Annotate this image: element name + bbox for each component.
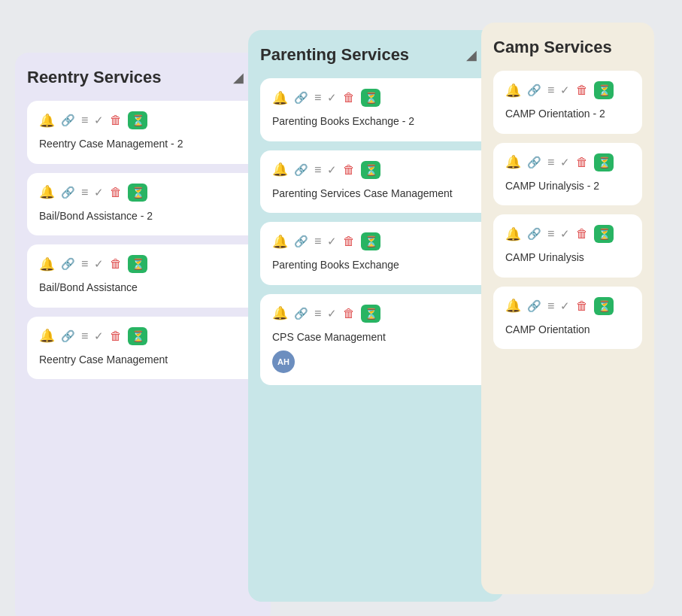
filter-icon-parenting[interactable]: ◢ bbox=[466, 47, 477, 63]
bell-icon[interactable]: 🔔 bbox=[505, 226, 521, 242]
trash-icon[interactable]: 🗑 bbox=[576, 227, 588, 241]
list-icon[interactable]: ≡ bbox=[314, 235, 321, 248]
card-title-camp-2: CAMP Urinalysis bbox=[505, 250, 630, 266]
link-icon[interactable]: 🔗 bbox=[61, 186, 75, 199]
check-icon[interactable]: ✓ bbox=[327, 91, 337, 105]
list-icon[interactable]: ≡ bbox=[81, 257, 88, 271]
clock-icon[interactable]: ⏳ bbox=[128, 184, 147, 202]
trash-icon[interactable]: 🗑 bbox=[343, 163, 355, 177]
avatar-ah: AH bbox=[272, 350, 295, 373]
check-icon[interactable]: ✓ bbox=[560, 156, 570, 169]
column-reentry: Reentry Services ◢ + 🔔 🔗 ≡ ✓ 🗑 ⏳ Reentry… bbox=[15, 53, 271, 616]
list-icon[interactable]: ≡ bbox=[547, 156, 554, 169]
clock-icon[interactable]: ⏳ bbox=[361, 161, 380, 179]
check-icon[interactable]: ✓ bbox=[94, 186, 104, 199]
link-icon[interactable]: 🔗 bbox=[294, 307, 308, 320]
card-icons-camp-3: 🔔 🔗 ≡ ✓ 🗑 ⏳ bbox=[505, 297, 630, 315]
link-icon[interactable]: 🔗 bbox=[61, 257, 75, 271]
link-icon[interactable]: 🔗 bbox=[527, 83, 541, 97]
card-parenting-2: 🔔 🔗 ≡ ✓ 🗑 ⏳ Parenting Books Exchange bbox=[260, 222, 492, 285]
check-icon[interactable]: ✓ bbox=[94, 114, 104, 127]
list-icon[interactable]: ≡ bbox=[547, 227, 554, 241]
link-icon[interactable]: 🔗 bbox=[294, 91, 308, 105]
clock-icon[interactable]: ⏳ bbox=[361, 305, 380, 323]
link-icon[interactable]: 🔗 bbox=[294, 163, 308, 177]
check-icon[interactable]: ✓ bbox=[327, 307, 337, 320]
clock-icon[interactable]: ⏳ bbox=[128, 327, 147, 345]
list-icon[interactable]: ≡ bbox=[547, 299, 554, 313]
card-camp-1: 🔔 🔗 ≡ ✓ 🗑 ⏳ CAMP Urinalysis - 2 bbox=[493, 143, 642, 206]
card-camp-2: 🔔 🔗 ≡ ✓ 🗑 ⏳ CAMP Urinalysis bbox=[493, 214, 642, 278]
check-icon[interactable]: ✓ bbox=[327, 163, 337, 177]
clock-icon[interactable]: ⏳ bbox=[594, 225, 614, 243]
list-icon[interactable]: ≡ bbox=[81, 186, 88, 199]
check-icon[interactable]: ✓ bbox=[560, 227, 570, 241]
trash-icon[interactable]: 🗑 bbox=[576, 83, 588, 97]
check-icon[interactable]: ✓ bbox=[94, 329, 104, 343]
card-title-parenting-0: Parenting Books Exchange - 2 bbox=[272, 114, 480, 129]
card-parenting-1: 🔔 🔗 ≡ ✓ 🗑 ⏳ Parenting Services Case Mana… bbox=[260, 150, 492, 214]
card-icons-reentry-1: 🔔 🔗 ≡ ✓ 🗑 ⏳ bbox=[39, 184, 247, 202]
clock-icon[interactable]: ⏳ bbox=[594, 297, 614, 315]
filter-icon-reentry[interactable]: ◢ bbox=[233, 69, 244, 86]
check-icon[interactable]: ✓ bbox=[327, 235, 337, 248]
card-title-reentry-1: Bail/Bond Assistance - 2 bbox=[39, 209, 247, 224]
list-icon[interactable]: ≡ bbox=[81, 329, 88, 343]
list-icon[interactable]: ≡ bbox=[314, 163, 321, 177]
column-header-camp: Camp Services bbox=[493, 38, 642, 57]
bell-icon[interactable]: 🔔 bbox=[272, 90, 288, 106]
trash-icon[interactable]: 🗑 bbox=[110, 329, 122, 343]
clock-icon[interactable]: ⏳ bbox=[594, 81, 614, 99]
card-title-camp-3: CAMP Orientation bbox=[505, 323, 630, 338]
bell-icon[interactable]: 🔔 bbox=[272, 305, 288, 321]
bell-icon[interactable]: 🔔 bbox=[39, 256, 55, 272]
clock-icon[interactable]: ⏳ bbox=[361, 232, 380, 250]
link-icon[interactable]: 🔗 bbox=[527, 299, 541, 313]
clock-icon[interactable]: ⏳ bbox=[361, 89, 380, 107]
trash-icon[interactable]: 🗑 bbox=[110, 186, 122, 199]
card-icons-parenting-1: 🔔 🔗 ≡ ✓ 🗑 ⏳ bbox=[272, 161, 480, 179]
clock-icon[interactable]: ⏳ bbox=[594, 153, 614, 171]
link-icon[interactable]: 🔗 bbox=[527, 227, 541, 241]
link-icon[interactable]: 🔗 bbox=[294, 235, 308, 248]
list-icon[interactable]: ≡ bbox=[314, 307, 321, 320]
card-title-reentry-2: Bail/Bond Assistance bbox=[39, 281, 247, 296]
bell-icon[interactable]: 🔔 bbox=[505, 154, 521, 170]
column-camp: Camp Services 🔔 🔗 ≡ ✓ 🗑 ⏳ CAMP Orientati… bbox=[481, 23, 654, 594]
trash-icon[interactable]: 🗑 bbox=[576, 156, 588, 169]
card-icons-parenting-0: 🔔 🔗 ≡ ✓ 🗑 ⏳ bbox=[272, 89, 480, 107]
card-title-camp-1: CAMP Urinalysis - 2 bbox=[505, 179, 630, 194]
bell-icon[interactable]: 🔔 bbox=[505, 298, 521, 314]
bell-icon[interactable]: 🔔 bbox=[39, 328, 55, 344]
trash-icon[interactable]: 🗑 bbox=[343, 235, 355, 248]
card-icons-camp-1: 🔔 🔗 ≡ ✓ 🗑 ⏳ bbox=[505, 153, 630, 171]
card-title-parenting-1: Parenting Services Case Management bbox=[272, 187, 480, 202]
link-icon[interactable]: 🔗 bbox=[61, 114, 75, 127]
bell-icon[interactable]: 🔔 bbox=[39, 113, 55, 129]
bell-icon[interactable]: 🔔 bbox=[39, 184, 55, 200]
card-title-reentry-3: Reentry Case Management bbox=[39, 353, 247, 368]
trash-icon[interactable]: 🗑 bbox=[576, 299, 588, 313]
card-camp-0: 🔔 🔗 ≡ ✓ 🗑 ⏳ CAMP Orientation - 2 bbox=[493, 71, 642, 134]
bell-icon[interactable]: 🔔 bbox=[272, 234, 288, 250]
check-icon[interactable]: ✓ bbox=[94, 257, 104, 271]
list-icon[interactable]: ≡ bbox=[81, 114, 88, 127]
link-icon[interactable]: 🔗 bbox=[527, 156, 541, 169]
card-title-parenting-3: CPS Case Management bbox=[272, 330, 480, 345]
trash-icon[interactable]: 🗑 bbox=[110, 257, 122, 271]
bell-icon[interactable]: 🔔 bbox=[272, 162, 288, 178]
list-icon[interactable]: ≡ bbox=[314, 91, 321, 105]
bell-icon[interactable]: 🔔 bbox=[505, 83, 521, 99]
list-icon[interactable]: ≡ bbox=[547, 83, 554, 97]
trash-icon[interactable]: 🗑 bbox=[110, 114, 122, 127]
clock-icon[interactable]: ⏳ bbox=[128, 255, 147, 273]
column-body-camp: 🔔 🔗 ≡ ✓ 🗑 ⏳ CAMP Orientation - 2 🔔 🔗 ≡ ✓… bbox=[493, 71, 642, 358]
check-icon[interactable]: ✓ bbox=[560, 83, 570, 97]
card-icons-reentry-3: 🔔 🔗 ≡ ✓ 🗑 ⏳ bbox=[39, 327, 247, 345]
link-icon[interactable]: 🔗 bbox=[61, 329, 75, 343]
trash-icon[interactable]: 🗑 bbox=[343, 307, 355, 320]
clock-icon[interactable]: ⏳ bbox=[128, 111, 147, 129]
card-icons-reentry-0: 🔔 🔗 ≡ ✓ 🗑 ⏳ bbox=[39, 111, 247, 129]
check-icon[interactable]: ✓ bbox=[560, 299, 570, 313]
trash-icon[interactable]: 🗑 bbox=[343, 91, 355, 105]
